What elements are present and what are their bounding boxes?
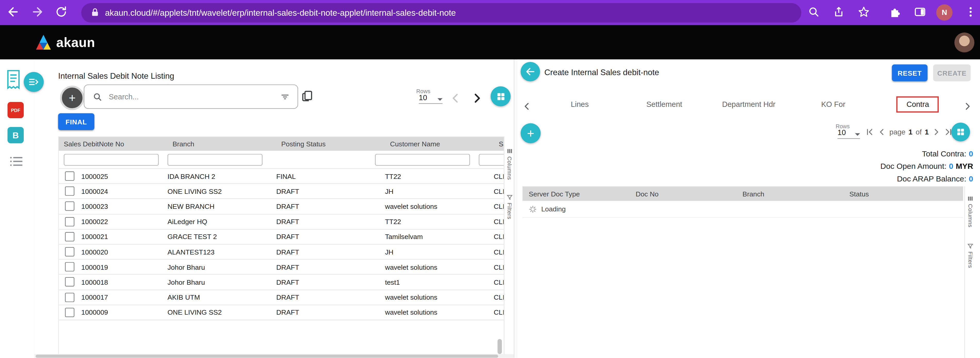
row-checkbox[interactable] xyxy=(65,262,74,272)
final-filter-button[interactable]: FINAL xyxy=(58,113,94,130)
tabs-scroll-left-icon[interactable] xyxy=(522,101,532,112)
filters-tool[interactable]: Filters xyxy=(967,242,974,268)
tab-label: Department Hdr xyxy=(722,100,775,109)
table-row[interactable]: 1000023 NEW BRANCH DRAFT wavelet solutio… xyxy=(59,199,504,214)
table-tools-strip: Columns Filters xyxy=(964,186,975,358)
search-box[interactable] xyxy=(84,85,298,109)
tab-department-hdr[interactable]: Department Hdr xyxy=(706,95,791,113)
col-header-doc-no[interactable]: Doc No xyxy=(630,190,737,197)
row-checkbox[interactable] xyxy=(65,278,74,287)
row-checkbox[interactable] xyxy=(65,202,74,211)
app-logo-text[interactable]: akaun xyxy=(56,25,95,59)
filter-input-customer-name[interactable] xyxy=(375,153,470,165)
sidebar-expand-button[interactable] xyxy=(24,72,44,92)
col-header-posting-status[interactable]: Posting Status xyxy=(276,140,385,148)
horizontal-scrollbar[interactable] xyxy=(34,354,514,358)
extensions-puzzle-icon[interactable] xyxy=(889,6,901,18)
copy-listing-icon[interactable] xyxy=(301,90,314,103)
share-icon[interactable] xyxy=(832,6,845,18)
next-page-icon[interactable] xyxy=(470,91,484,105)
row-checkbox[interactable] xyxy=(65,292,74,302)
cell-customer-name: Tamilselvam xyxy=(380,233,489,240)
table-row[interactable]: 1000022 AiLedger HQ DRAFT TT22 CLIENT_V xyxy=(59,214,504,229)
row-checkbox[interactable] xyxy=(65,171,74,181)
table-row[interactable]: 1000021 GRACE TEST 2 DRAFT Tamilselvam C… xyxy=(59,229,504,245)
filter-input-sales-agent[interactable] xyxy=(479,153,504,165)
cell-branch: AiLedger HQ xyxy=(162,218,271,225)
col-header-branch[interactable]: Branch xyxy=(738,190,844,197)
back-button[interactable] xyxy=(521,62,540,81)
tab-lines[interactable]: Lines xyxy=(538,95,622,113)
col-header-debitnote-no[interactable]: Sales DebitNote No xyxy=(59,140,168,148)
browser-refresh-icon[interactable] xyxy=(55,6,67,18)
create-button[interactable]: CREATE xyxy=(933,64,970,81)
filter-input-branch[interactable] xyxy=(167,153,262,165)
table-row[interactable]: 1000017 AKIB UTM DRAFT wavelet solutions… xyxy=(59,290,504,305)
user-profile-avatar[interactable] xyxy=(955,32,975,53)
akaun-logo-icon[interactable] xyxy=(34,33,52,51)
columns-tool[interactable]: Columns xyxy=(967,195,974,227)
summary-label: Total Contra: xyxy=(922,149,966,158)
table-row[interactable]: 1000018 Johor Bharu DRAFT test1 CLIENT_V xyxy=(59,275,504,290)
table-row[interactable]: 1000020 ALANTEST123 DRAFT JH CLIENT_V xyxy=(59,245,504,260)
first-page-icon[interactable] xyxy=(866,128,875,136)
add-contra-button[interactable]: + xyxy=(521,123,541,143)
cell-debitnote-no: 1000021 xyxy=(81,233,108,240)
row-checkbox[interactable] xyxy=(65,217,74,226)
row-checkbox[interactable] xyxy=(65,247,74,256)
tabs-scroll-right-icon[interactable] xyxy=(963,101,972,112)
col-header-server-doc-type[interactable]: Server Doc Type xyxy=(522,190,630,197)
horizontal-scrollbar-thumb[interactable] xyxy=(36,355,498,358)
cell-debitnote-no: 1000023 xyxy=(81,203,108,210)
address-bar[interactable]: akaun.cloud/#/applets/tnt/wavelet/erp/in… xyxy=(81,3,801,22)
browser-back-icon[interactable] xyxy=(6,5,20,19)
tab-ko-for[interactable]: KO For xyxy=(791,95,875,113)
apps-grid-button[interactable] xyxy=(490,86,511,106)
columns-tool[interactable]: Columns xyxy=(506,148,513,180)
browser-menu-icon[interactable] xyxy=(964,6,977,18)
filters-tool[interactable]: Filters xyxy=(506,193,513,219)
rows-per-page-select[interactable]: 10 xyxy=(837,128,860,139)
add-record-button[interactable]: + xyxy=(60,86,84,110)
tab-contra-active[interactable]: Contra xyxy=(875,95,960,113)
tab-settlement[interactable]: Settlement xyxy=(622,95,706,113)
vertical-scrollbar-thumb[interactable] xyxy=(498,339,502,354)
cell-sales-agent: CLIENT_V xyxy=(489,218,504,225)
col-header-customer-name[interactable]: Customer Name xyxy=(385,140,494,148)
table-row[interactable]: 1000025 IDA BRANCH 2 FINAL TT22 CLIENT_V xyxy=(59,169,504,184)
table-row[interactable]: 1000019 Johor Bharu DRAFT wavelet soluti… xyxy=(59,260,504,275)
listing-filter-row xyxy=(59,151,504,169)
col-header-branch[interactable]: Branch xyxy=(167,140,276,148)
row-checkbox[interactable] xyxy=(65,308,74,317)
pdf-export-icon[interactable]: PDF xyxy=(8,102,24,118)
row-checkbox[interactable] xyxy=(65,187,74,196)
side-panel-icon[interactable] xyxy=(914,6,926,18)
apps-grid-button[interactable] xyxy=(951,123,970,141)
bill-applet-icon[interactable]: B xyxy=(8,127,24,143)
rows-per-page-select[interactable]: 10 xyxy=(419,93,442,104)
filter-lines-icon[interactable] xyxy=(280,92,290,102)
next-page-icon[interactable] xyxy=(932,128,940,136)
cell-sales-agent: CLIENT_V xyxy=(489,248,504,256)
rows-per-page-value: 10 xyxy=(419,93,427,102)
prev-page-icon[interactable] xyxy=(449,91,462,105)
prev-page-icon[interactable] xyxy=(878,128,886,136)
table-row[interactable]: 1000024 ONE LIVING SS2 DRAFT JH CLIENT_V xyxy=(59,184,504,199)
search-input[interactable] xyxy=(108,92,280,102)
row-checkbox[interactable] xyxy=(65,232,74,241)
bookmark-star-icon[interactable] xyxy=(858,6,870,18)
col-header-sales-agent[interactable]: Sales Agent xyxy=(494,140,504,148)
table-row[interactable]: 1000009 ONE LIVING SS2 DRAFT wavelet sol… xyxy=(59,305,504,320)
col-header-status[interactable]: Status xyxy=(844,190,951,197)
browser-profile-avatar[interactable]: N xyxy=(936,4,952,21)
cell-sales-agent: CLIENT_V xyxy=(489,233,504,240)
filter-input-debitnote-no[interactable] xyxy=(64,153,159,165)
listing-menu-icon[interactable] xyxy=(9,155,24,168)
cell-posting-status: DRAFT xyxy=(271,188,380,195)
of-word: of xyxy=(916,128,921,136)
toolbar-search-icon[interactable] xyxy=(807,6,820,18)
reset-button[interactable]: RESET xyxy=(892,64,928,81)
receipt-applet-icon[interactable] xyxy=(5,69,22,90)
browser-forward-icon[interactable] xyxy=(31,5,45,19)
columns-icon xyxy=(506,148,513,155)
